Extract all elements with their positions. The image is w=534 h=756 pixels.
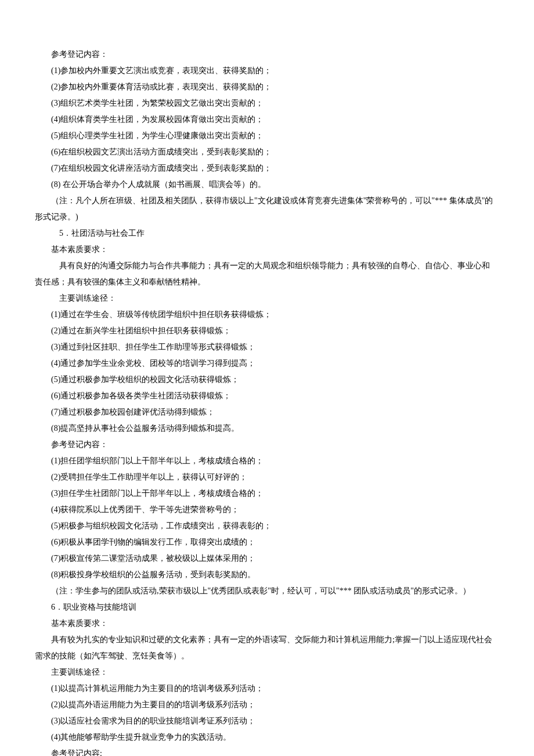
list-item: (1)参加校内外重要文艺演出或竞赛，表现突出、获得奖励的； <box>35 63 493 79</box>
list-item: (4)获得院系以上优秀团干、学干等先进荣誉称号的； <box>35 502 493 518</box>
s4-note: （注：凡个人所在班级、社团及相关团队，获得市级以上"文化建设或体育竞赛先进集体"… <box>35 193 493 225</box>
s6-train-title: 主要训练途径： <box>35 664 493 681</box>
list-item: (8)积极投身学校组织的公益服务活动，受到表彰奖励的。 <box>35 567 493 583</box>
list-item: (4)通过参加学生业余党校、团校等的培训学习得到提高； <box>35 355 493 372</box>
s5-ref-title: 参考登记内容： <box>35 437 493 453</box>
list-item: (2)通过在新兴学生社团组织中担任职务获得锻炼； <box>35 323 493 339</box>
s5-train-title: 主要训练途径： <box>35 290 493 307</box>
list-item: (5)积极参与组织校园文化活动，工作成绩突出，获得表彰的； <box>35 518 493 534</box>
list-item: (4)组织体育类学生社团，为发展校园体育做出突出贡献的； <box>35 111 493 128</box>
list-item: (3)通过到社区挂职、担任学生工作助理等形式获得锻炼； <box>35 339 493 355</box>
s5-title: 5．社团活动与社会工作 <box>35 225 493 242</box>
list-item: (6)积极从事团学刊物的编辑发行工作，取得突出成绩的； <box>35 534 493 550</box>
list-item: (6)通过积极参加各级各类学生社团活动获得锻炼； <box>35 388 493 404</box>
s4-ref-title: 参考登记内容： <box>35 46 493 63</box>
s6-ref-title: 参考登记内容: <box>35 746 493 756</box>
list-item: (6)在组织校园文艺演出活动方面成绩突出，受到表彰奖励的； <box>35 144 493 160</box>
list-item: (8) 在公开场合举办个人成就展（如书画展、唱演会等）的。 <box>35 177 493 193</box>
list-item: (5)组织心理类学生社团，为学生心理健康做出突出贡献的； <box>35 128 493 144</box>
list-item: (1)通过在学生会、班级等传统团学组织中担任职务获得锻炼； <box>35 307 493 323</box>
list-item: (1)以提高计算机运用能力为主要目的的培训考级系列活动； <box>35 681 493 697</box>
list-item: (7)积极宣传第二课堂活动成果，被校级以上媒体采用的； <box>35 550 493 567</box>
s6-basic-title: 基本素质要求： <box>35 615 493 632</box>
list-item: (8)提高坚持从事社会公益服务活动得到锻炼和提高。 <box>35 420 493 437</box>
list-item: (3)组织艺术类学生社团，为繁荣校园文艺做出突出贡献的； <box>35 95 493 111</box>
list-item: (7)通过积极参加校园创建评优活动得到锻炼； <box>35 404 493 420</box>
list-item: (7)在组织校园文化讲座活动方面成绩突出，受到表彰奖励的； <box>35 160 493 177</box>
list-item: (3)以适应社会需求为目的的职业技能培训考证系列活动； <box>35 713 493 729</box>
list-item: (1)担任团学组织部门以上干部半年以上，考核成绩合格的； <box>35 453 493 469</box>
list-item: (5)通过积极参加学校组织的校园文化活动获得锻炼； <box>35 372 493 388</box>
s5-basic-title: 基本素质要求： <box>35 242 493 258</box>
list-item: (2)受聘担任学生工作助理半年以上，获得认可好评的； <box>35 469 493 485</box>
s5-basic-text: 具有良好的沟通交际能力与合作共事能力；具有一定的大局观念和组织领导能力；具有较强… <box>35 258 493 290</box>
s5-note: （注：学生参与的团队或活动,荣获市级以上"优秀团队或表彰"时，经认可，可以"**… <box>35 583 493 599</box>
s6-title: 6．职业资格与技能培训 <box>35 599 493 615</box>
list-item: (3)担任学生社团部门以上干部半年以上，考核成绩合格的； <box>35 485 493 502</box>
list-item: (2)参加校内外重要体育活动或比赛，表现突出、获得奖励的； <box>35 79 493 95</box>
list-item: (4)其他能够帮助学生提升就业竞争力的实践活动。 <box>35 729 493 746</box>
list-item: (2)以提高外语运用能力为主要目的的培训考级系列活动； <box>35 697 493 713</box>
s6-basic-text: 具有较为扎实的专业知识和过硬的文化素养；具有一定的外语读写、交际能力和计算机运用… <box>35 632 493 664</box>
